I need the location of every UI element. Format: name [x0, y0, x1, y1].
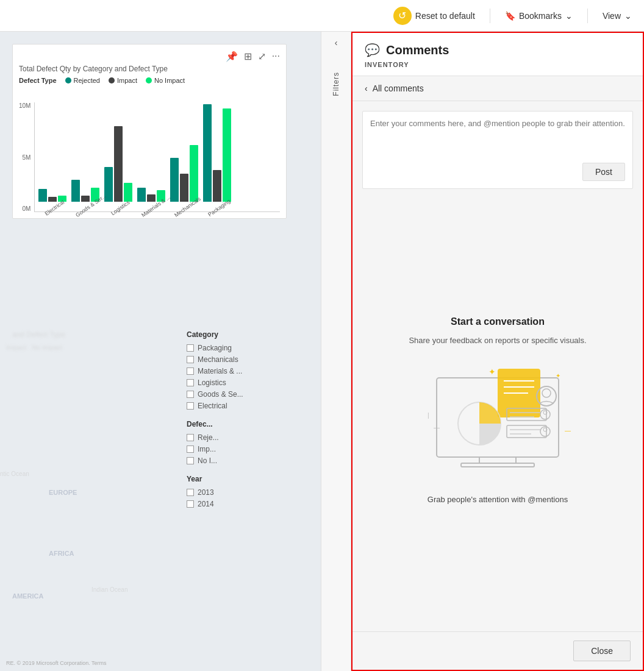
bars-5 [203, 104, 231, 202]
bar-4-0[interactable] [170, 158, 179, 202]
comment-input-area: Post [362, 111, 633, 189]
pin-icon[interactable]: 📌 [226, 51, 238, 62]
2014-checkbox[interactable] [187, 500, 194, 508]
filters-label[interactable]: Filters [332, 72, 340, 96]
bar-1-0[interactable] [71, 180, 80, 202]
y-label-10m: 10M [19, 102, 30, 109]
impact-filter-label: Imp... [198, 445, 216, 453]
conversation-subtitle: Share your feedback on reports or specif… [409, 335, 586, 347]
conversation-title: Start a conversation [451, 316, 545, 327]
collapse-icon[interactable]: ‹ [335, 38, 338, 48]
more-options-icon[interactable]: ··· [272, 51, 280, 62]
y-label-0m: 0M [23, 205, 31, 212]
bar-group-3: Materials & ... [137, 188, 165, 211]
legend-item-noimpact: No Impact [146, 77, 185, 84]
bar-0-1[interactable] [48, 197, 57, 202]
bar-5-1[interactable] [213, 170, 221, 202]
bar-5-2[interactable] [223, 108, 231, 202]
filter-panel: Category Packaging Mechanicals Materials… [187, 330, 284, 511]
bookmarks-button[interactable]: 🔖 Bookmarks ⌄ [505, 11, 573, 21]
bg-chart-hint: and Defect Type [12, 330, 65, 339]
bar-group-4: Mechanicals [170, 145, 198, 211]
divider1 [490, 9, 490, 23]
y-label-5m: 5M [23, 154, 31, 161]
filter-goods: Goods & Se... [187, 390, 284, 399]
svg-text:—: — [565, 427, 571, 434]
filter-2014: 2014 [187, 500, 284, 508]
europe-label: EUROPE [49, 489, 77, 496]
mechanicals-checkbox[interactable] [187, 356, 194, 363]
comment-textarea[interactable] [370, 119, 625, 155]
svg-text:✦: ✦ [488, 367, 496, 377]
filter-logistics: Logistics [187, 378, 284, 387]
bars-container: ElectricalGoods & Ser...LogisticsMateria… [34, 102, 280, 212]
svg-text:—: — [434, 424, 440, 431]
goods-checkbox[interactable] [187, 391, 194, 398]
bar-2-1[interactable] [114, 126, 123, 202]
bookmarks-chevron-icon: ⌄ [565, 11, 573, 21]
bar-3-0[interactable] [137, 188, 146, 202]
bar-1-1[interactable] [81, 196, 90, 202]
reset-to-default-button[interactable]: ↺ Reset to default [393, 7, 475, 25]
impact-label: Impact [117, 77, 137, 84]
bar-3-1[interactable] [147, 194, 156, 202]
bar-0-0[interactable] [38, 189, 47, 202]
close-button[interactable]: Close [573, 641, 631, 661]
rejected-filter-label: Reje... [198, 433, 219, 442]
filter-icon[interactable]: ⊞ [244, 51, 252, 62]
bars-4 [170, 145, 198, 202]
goods-filter-label: Goods & Se... [198, 390, 243, 399]
category-filter-title: Category [187, 330, 284, 339]
svg-rect-1 [479, 457, 516, 463]
filter-impact: Imp... [187, 445, 284, 453]
bookmarks-label: Bookmarks [519, 11, 562, 21]
copyright: RE. © 2019 Microsoft Corporation. Terms [6, 660, 107, 666]
chart-title: Total Defect Qty by Category and Defect … [19, 65, 280, 73]
year-filter-title: Year [187, 475, 284, 483]
legend-item-rejected: Rejected [65, 77, 100, 84]
chart-toolbar: 📌 ⊞ ⤢ ··· [19, 51, 280, 62]
bar-4-2[interactable] [190, 145, 198, 202]
comments-title-row: 💬 Comments [365, 43, 631, 57]
materials-checkbox[interactable] [187, 367, 194, 375]
noimpact-dot [146, 77, 152, 83]
view-button[interactable]: View ⌄ [603, 11, 632, 21]
noimpact-filter-label: No I... [198, 456, 217, 465]
chart-legend: Defect Type Rejected Impact No Impact [19, 77, 280, 84]
comments-panel: 💬 Comments INVENTORY ‹ All comments Post… [351, 32, 644, 671]
all-comments-nav[interactable]: ‹ All comments [352, 76, 643, 101]
bar-4-1[interactable] [180, 174, 188, 202]
materials-filter-label: Materials & ... [198, 367, 242, 375]
2013-checkbox[interactable] [187, 489, 194, 496]
y-axis: 10M 5M 0M [19, 102, 34, 212]
conversation-area: Start a conversation Share your feedback… [362, 199, 633, 622]
electrical-checkbox[interactable] [187, 402, 194, 410]
mechanicals-filter-label: Mechanicals [198, 355, 238, 364]
expand-icon[interactable]: ⤢ [258, 51, 266, 62]
bar-5-0[interactable] [203, 104, 212, 202]
ocean2-label: Indian Ocean [91, 586, 128, 593]
filter-materials: Materials & ... [187, 367, 284, 375]
back-chevron-icon: ‹ [365, 83, 368, 93]
rejected-checkbox[interactable] [187, 434, 194, 441]
bookmark-icon: 🔖 [505, 11, 515, 21]
logistics-checkbox[interactable] [187, 379, 194, 386]
impact-dot [109, 77, 115, 83]
2013-label: 2013 [198, 488, 214, 497]
post-row: Post [370, 163, 625, 181]
bars-2 [104, 126, 132, 202]
noimpact-checkbox[interactable] [187, 457, 194, 464]
packaging-checkbox[interactable] [187, 344, 194, 352]
defect-filter-title: Defec... [187, 420, 284, 428]
packaging-filter-label: Packaging [198, 344, 232, 352]
divider2 [587, 9, 588, 23]
all-comments-label: All comments [373, 83, 424, 93]
map-background: EUROPE AFRICA AMERICA ntic Ocean Indian … [0, 324, 189, 647]
chart-card: 📌 ⊞ ⤢ ··· Total Defect Qty by Category a… [12, 44, 287, 219]
post-button[interactable]: Post [582, 163, 625, 181]
impact-checkbox[interactable] [187, 446, 194, 453]
filter-electrical: Electrical [187, 402, 284, 410]
chart-area: 10M 5M 0M ElectricalGoods & Ser...Logist… [19, 90, 280, 212]
bg-legend-hint: Impact No Impact [6, 344, 62, 351]
main-content: 📌 ⊞ ⤢ ··· Total Defect Qty by Category a… [0, 32, 644, 671]
